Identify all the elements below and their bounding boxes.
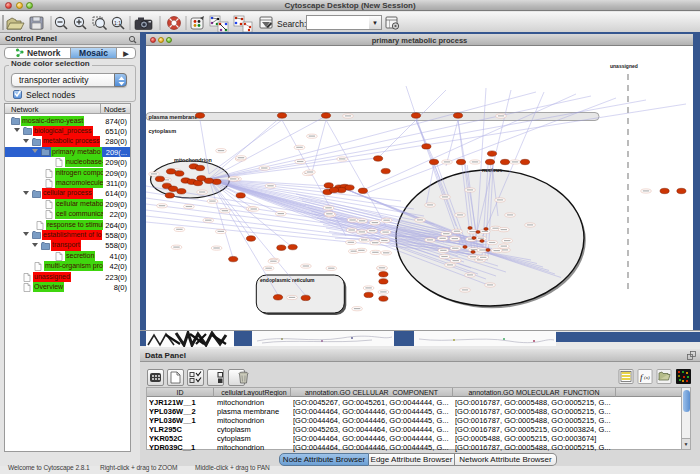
svg-text:endoplasmic reticulum: endoplasmic reticulum: [260, 277, 315, 283]
svg-text:(x): (x): [644, 375, 650, 380]
svg-text:cytoplasm: cytoplasm: [149, 128, 177, 134]
svg-text:plasma membrane: plasma membrane: [149, 114, 198, 120]
svg-text:1:1: 1:1: [114, 20, 121, 26]
svg-text:unassigned: unassigned: [610, 63, 638, 69]
